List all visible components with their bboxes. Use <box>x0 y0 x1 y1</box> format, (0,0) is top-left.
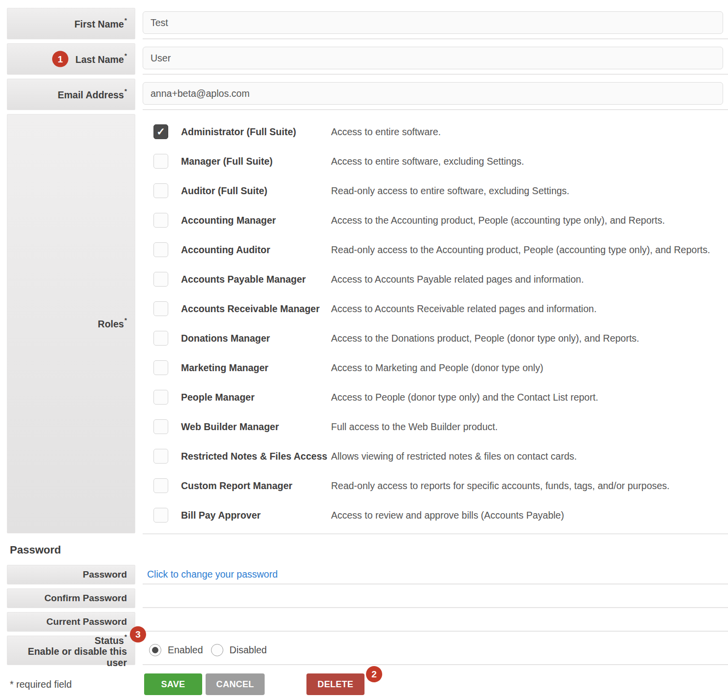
role-checkbox-marketing-manager[interactable] <box>153 360 168 375</box>
role-name: Accounts Receivable Manager <box>181 303 331 315</box>
password-rows: PasswordClick to change your passwordCon… <box>0 565 728 632</box>
user-settings-form: First Name*1Last Name*Email Address* Rol… <box>0 0 728 700</box>
role-name: Custom Report Manager <box>181 480 331 492</box>
confirm-password-label: Confirm Password <box>7 588 135 608</box>
current-password-label: Current Password <box>7 612 135 632</box>
role-description: Full access to the Web Builder product. <box>331 421 503 433</box>
first-name-label: First Name* <box>7 8 135 39</box>
radio-disabled[interactable] <box>211 644 223 656</box>
status-row: 3 Status* Enable or disable this user En… <box>0 636 728 665</box>
password-field-area: Click to change your password <box>143 565 728 584</box>
role-checkbox-donations-manager[interactable] <box>153 331 168 346</box>
role-row-restricted-notes-files-access: Restricted Notes & Files AccessAllows vi… <box>143 441 728 471</box>
radio-enabled-selected[interactable] <box>149 644 161 656</box>
role-description: Access to entire software. <box>331 126 446 138</box>
role-checkbox-administrator-full-suite[interactable]: ✓ <box>153 124 168 139</box>
last-name-label-text: Last Name* <box>75 53 127 65</box>
role-checkbox-accounts-receivable-manager[interactable] <box>153 301 168 316</box>
delete-button[interactable]: DELETE <box>306 673 364 695</box>
role-row-people-manager: People ManagerAccess to People (donor ty… <box>143 382 728 412</box>
role-name: Accounts Payable Manager <box>181 274 331 285</box>
status-options: EnabledDisabled <box>143 636 728 665</box>
role-checkbox-accounts-payable-manager[interactable] <box>153 272 168 287</box>
status-option-label: Disabled <box>230 644 267 656</box>
role-row-custom-report-manager: Custom Report ManagerRead-only access to… <box>143 471 728 500</box>
cancel-button[interactable]: CANCEL <box>206 673 265 695</box>
role-name: Accounting Manager <box>181 215 331 226</box>
role-name: Auditor (Full Suite) <box>181 185 331 197</box>
role-description: Access to People (donor type only) and t… <box>331 392 603 403</box>
first-name-label-text: First Name* <box>74 18 127 30</box>
role-description: Read-only access to the Accounting produ… <box>331 244 715 256</box>
required-asterisk: * <box>124 633 127 641</box>
current-password-row: Current Password <box>0 612 728 632</box>
role-checkbox-accounting-auditor[interactable] <box>153 242 168 257</box>
role-name: Bill Pay Approver <box>181 510 331 521</box>
role-checkbox-restricted-notes-files-access[interactable] <box>153 449 168 464</box>
required-asterisk: * <box>124 52 127 59</box>
role-row-accounts-receivable-manager: Accounts Receivable ManagerAccess to Acc… <box>143 294 728 323</box>
email-address-input[interactable] <box>143 82 723 105</box>
role-description: Allows viewing of restricted notes & fil… <box>331 451 582 462</box>
password-heading: Password <box>10 543 728 557</box>
email-address-label: Email Address* <box>7 79 135 110</box>
role-description: Access to review and approve bills (Acco… <box>331 510 569 521</box>
last-name-label: 1Last Name* <box>7 43 135 75</box>
save-button[interactable]: SAVE <box>144 673 202 695</box>
role-row-web-builder-manager: Web Builder ManagerFull access to the We… <box>143 412 728 441</box>
step-badge-2: 2 <box>366 666 382 682</box>
status-option-enabled[interactable]: Enabled <box>149 644 209 656</box>
role-name: Accounting Auditor <box>181 244 331 256</box>
roles-label: Roles* <box>7 114 135 533</box>
footer: * required field SAVE CANCEL DELETE 2 <box>0 673 728 695</box>
required-asterisk: * <box>124 88 127 95</box>
current-password-field-area[interactable] <box>143 612 728 632</box>
role-row-donations-manager: Donations ManagerAccess to the Donations… <box>143 323 728 353</box>
role-checkbox-auditor-full-suite[interactable] <box>153 183 168 198</box>
first-name-input[interactable] <box>143 11 723 34</box>
role-row-auditor-full-suite: Auditor (Full Suite)Read-only access to … <box>143 176 728 205</box>
roles-label-text: Roles <box>98 319 124 329</box>
status-label: 3 Status* Enable or disable this user <box>7 636 135 665</box>
role-row-accounts-payable-manager: Accounts Payable ManagerAccess to Accoun… <box>143 264 728 294</box>
role-name: Manager (Full Suite) <box>181 156 331 167</box>
status-sublabel: Enable or disable this user <box>7 646 127 669</box>
last-name-input[interactable] <box>143 47 723 69</box>
role-name: Restricted Notes & Files Access <box>181 451 331 462</box>
required-asterisk: * <box>124 317 127 324</box>
role-description: Access to Accounts Payable related pages… <box>331 274 589 285</box>
role-checkbox-people-manager[interactable] <box>153 390 168 405</box>
role-description: Read-only access to entire software, exc… <box>331 185 575 197</box>
role-description: Access to entire software, excluding Set… <box>331 156 529 167</box>
step-badge-1: 1 <box>52 51 68 67</box>
check-icon: ✓ <box>156 126 165 137</box>
role-name: Donations Manager <box>181 333 331 344</box>
last-name-row: 1Last Name* <box>0 43 728 75</box>
email-address-label-text: Email Address* <box>58 88 127 101</box>
role-row-accounting-auditor: Accounting AuditorRead-only access to th… <box>143 235 728 264</box>
status-label-text: Status <box>94 635 124 645</box>
role-row-manager-full-suite: Manager (Full Suite)Access to entire sof… <box>143 146 728 176</box>
change-password-link[interactable]: Click to change your password <box>147 569 278 580</box>
role-description: Read-only access to reports for specific… <box>331 480 674 492</box>
confirm-password-row: Confirm Password <box>0 588 728 608</box>
role-checkbox-bill-pay-approver[interactable] <box>153 508 168 523</box>
role-checkbox-manager-full-suite[interactable] <box>153 154 168 169</box>
role-description: Access to Accounts Receivable related pa… <box>331 303 602 315</box>
status-option-label: Enabled <box>168 644 203 656</box>
status-option-disabled[interactable]: Disabled <box>211 644 273 656</box>
step-badge-3: 3 <box>130 626 146 642</box>
role-description: Access to Marketing and People (donor ty… <box>331 362 548 374</box>
confirm-password-field-area[interactable] <box>143 588 728 608</box>
role-row-bill-pay-approver: Bill Pay ApproverAccess to review and ap… <box>143 500 728 530</box>
role-checkbox-accounting-manager[interactable] <box>153 213 168 228</box>
role-name: Administrator (Full Suite) <box>181 126 331 138</box>
role-checkbox-web-builder-manager[interactable] <box>153 419 168 434</box>
password-row: PasswordClick to change your password <box>0 565 728 584</box>
roles-section: Roles* ✓Administrator (Full Suite)Access… <box>0 114 728 534</box>
role-name: Marketing Manager <box>181 362 331 374</box>
role-description: Access to the Accounting product, People… <box>331 215 670 226</box>
role-checkbox-custom-report-manager[interactable] <box>153 478 168 493</box>
password-label: Password <box>7 565 135 584</box>
role-row-accounting-manager: Accounting ManagerAccess to the Accounti… <box>143 205 728 235</box>
